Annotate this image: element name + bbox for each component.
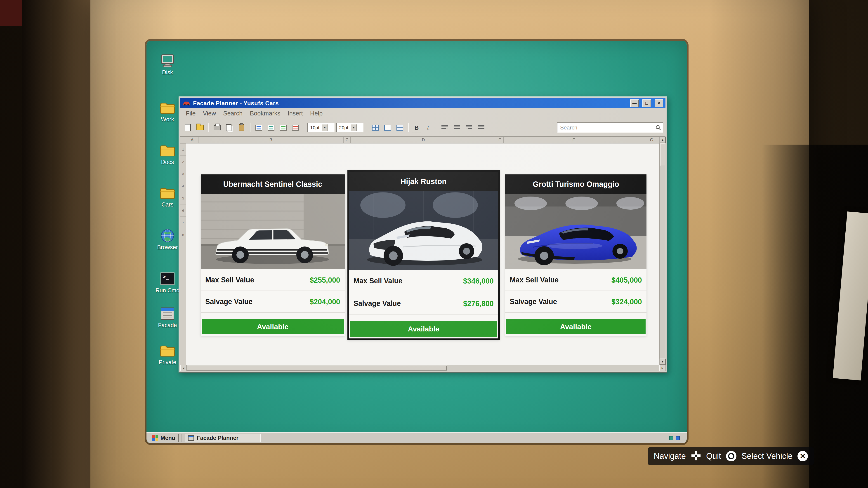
cross-button-icon[interactable]: ✕ [798, 451, 808, 461]
font-size-select[interactable]: 10pt ▼ [307, 123, 335, 132]
window-titlebar[interactable]: Facade Planner - Yusufs Cars — □ × [180, 98, 665, 108]
row-header[interactable]: 2 [180, 156, 186, 168]
vehicle-image-omaggio [505, 194, 647, 269]
dpad-icon[interactable] [691, 451, 701, 462]
table-icon[interactable] [395, 123, 405, 133]
cell-style-teal-icon[interactable] [266, 123, 276, 133]
column-header-b[interactable]: B [198, 137, 344, 143]
new-document-icon[interactable] [183, 123, 193, 133]
column-header-e[interactable]: E [496, 137, 504, 143]
tray-network-icon[interactable] [676, 436, 680, 440]
merge-cells-icon[interactable] [382, 123, 393, 133]
column-header-c[interactable]: C [344, 137, 351, 143]
vertical-scroll-thumb[interactable] [660, 143, 665, 166]
align-right-icon[interactable] [464, 123, 474, 133]
vertical-scrollbar[interactable]: ▲ ▼ [659, 137, 665, 365]
toolbar-separator [408, 123, 409, 132]
menu-search[interactable]: Search [220, 110, 246, 117]
spreadsheet-area: A B C D E F G 1 2 3 4 5 6 7 8 [180, 137, 665, 371]
start-menu-button[interactable]: Menu [149, 434, 179, 442]
horizontal-scroll-thumb[interactable] [187, 365, 447, 370]
status-badge: Available [350, 321, 497, 337]
row-header[interactable]: 6 [180, 204, 186, 217]
row-header[interactable]: 4 [180, 180, 186, 192]
system-tray[interactable] [666, 434, 683, 442]
row-header[interactable]: 1 [180, 143, 186, 156]
scroll-right-button[interactable]: ► [659, 365, 665, 371]
taskbar: Menu Facade Planner [147, 432, 687, 443]
vehicle-name: Ubermacht Sentinel Classic [223, 180, 322, 189]
sheet-canvas[interactable]: Ubermacht Sentinel Classic [186, 143, 659, 365]
row-headers: 1 2 3 4 5 6 7 8 [180, 143, 186, 365]
search-box[interactable] [557, 123, 663, 133]
taskbar-task-facade-planner[interactable]: Facade Planner [185, 434, 260, 442]
computer-disk-icon [160, 54, 176, 68]
max-sell-value: $405,000 [612, 275, 642, 285]
max-sell-row: Max Sell Value $255,000 [201, 269, 345, 291]
menu-bookmarks[interactable]: Bookmarks [246, 110, 284, 117]
cell-style-green-icon[interactable] [278, 123, 288, 133]
align-left-icon[interactable] [439, 123, 450, 133]
print-icon[interactable] [212, 123, 222, 133]
column-header-g[interactable]: G [644, 137, 659, 143]
monitor-screen: Disk Work Docs Cars Browser >_ Run.Cmd F… [147, 41, 687, 443]
open-folder-icon[interactable] [195, 123, 205, 133]
italic-button[interactable]: I [423, 123, 433, 132]
menu-view[interactable]: View [199, 110, 220, 117]
status-badge: Available [202, 319, 344, 334]
scroll-down-button[interactable]: ▼ [659, 359, 666, 365]
toolbar-separator [304, 123, 304, 132]
max-sell-value: $255,000 [310, 275, 340, 285]
folder-icon [160, 143, 176, 158]
maximize-button[interactable]: □ [643, 99, 651, 107]
salvage-row: Salvage Value $324,000 [505, 291, 647, 313]
vehicle-card-sentinel-classic[interactable]: Ubermacht Sentinel Classic [201, 174, 345, 336]
cell-style-blue-icon[interactable] [254, 123, 264, 133]
folder-icon [160, 344, 176, 358]
scroll-left-button[interactable]: ◄ [180, 365, 186, 371]
max-sell-row: Max Sell Value $346,000 [349, 270, 498, 292]
search-icon[interactable] [654, 123, 663, 132]
menu-help[interactable]: Help [307, 110, 327, 117]
vehicle-card-ruston[interactable]: Hijak Ruston [347, 170, 500, 340]
copy-icon[interactable] [224, 123, 235, 133]
desktop-icon-disk[interactable]: Disk [149, 54, 186, 76]
column-header-d[interactable]: D [351, 137, 496, 143]
menu-insert[interactable]: Insert [284, 110, 307, 117]
toolbar-separator [436, 123, 436, 132]
minimize-button[interactable]: — [630, 99, 639, 107]
cell-style-red-icon[interactable] [290, 123, 301, 133]
column-header-f[interactable]: F [504, 137, 644, 143]
search-input[interactable] [557, 125, 654, 131]
status-badge: Available [506, 319, 646, 334]
align-justify-icon[interactable] [476, 123, 487, 133]
row-header[interactable]: 3 [180, 168, 186, 180]
bold-button[interactable]: B [412, 123, 421, 132]
row-header[interactable]: 7 [180, 217, 186, 229]
circle-button-icon[interactable] [726, 451, 737, 461]
row-header[interactable]: 8 [180, 229, 186, 241]
chevron-down-icon[interactable]: ▼ [322, 124, 328, 131]
zoom-select[interactable]: 20pt ▼ [336, 123, 364, 132]
horizontal-scrollbar[interactable]: ◄ ► [180, 365, 665, 371]
vehicle-name: Grotti Turismo Omaggio [533, 180, 619, 189]
globe-icon [160, 229, 176, 242]
chevron-down-icon[interactable]: ▼ [350, 124, 357, 131]
column-headers: A B C D E F G [180, 137, 659, 143]
start-menu-label: Menu [160, 435, 175, 441]
toolbar: 10pt ▼ 20pt ▼ B I [180, 119, 665, 137]
row-header[interactable]: 5 [180, 192, 186, 204]
max-sell-value: $346,000 [463, 276, 494, 285]
column-header-a[interactable]: A [186, 137, 198, 143]
paste-icon[interactable] [237, 123, 247, 133]
align-center-icon[interactable] [452, 123, 462, 133]
borders-icon[interactable] [370, 123, 381, 133]
zoom-value: 20pt [339, 125, 348, 130]
tray-display-icon[interactable] [669, 436, 673, 440]
corner-cell[interactable] [180, 137, 186, 143]
close-button[interactable]: × [655, 99, 663, 107]
menu-file[interactable]: File [182, 110, 199, 117]
vehicle-image-sentinel [201, 194, 345, 269]
scroll-up-button[interactable]: ▲ [659, 137, 666, 143]
vehicle-card-turismo-omaggio[interactable]: Grotti Turismo Omaggio [505, 174, 647, 336]
